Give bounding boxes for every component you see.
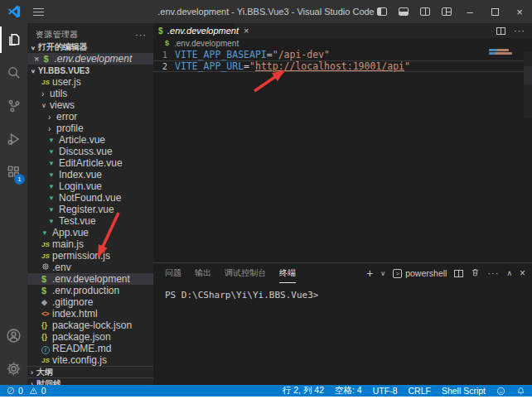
- panel-more-icon[interactable]: ···: [487, 268, 499, 278]
- sidebar-more-icon[interactable]: ···: [135, 30, 147, 40]
- tree-item[interactable]: {}package.json: [27, 331, 153, 343]
- search-icon[interactable]: [0, 56, 27, 89]
- terminal-icon: >: [393, 269, 402, 278]
- javascript-icon: JS: [41, 79, 52, 86]
- tree-folder[interactable]: ›profile: [27, 123, 153, 134]
- new-terminal-icon[interactable]: +: [366, 267, 373, 279]
- tab-problems[interactable]: 问题: [165, 263, 181, 283]
- close-button[interactable]: ×: [507, 0, 532, 23]
- project-section[interactable]: ∨ YI.BBS.VUE3: [27, 65, 153, 76]
- tree-folder[interactable]: ›error: [27, 111, 153, 123]
- tree-item[interactable]: $.env.production: [27, 285, 153, 296]
- tree-folder[interactable]: ∨views: [27, 99, 153, 111]
- eol-sequence[interactable]: CRLF: [408, 386, 430, 396]
- tree-item[interactable]: JSpermission.js: [27, 250, 153, 262]
- json-icon: {}: [41, 321, 52, 329]
- tree-item[interactable]: ▼EditArticle.vue: [27, 157, 153, 169]
- breadcrumb[interactable]: $ .env.development: [153, 38, 532, 48]
- warnings-count[interactable]: 0: [41, 386, 46, 396]
- maximize-button[interactable]: [482, 0, 507, 23]
- tab-env-development[interactable]: $ .env.development ×: [153, 23, 235, 38]
- html-icon: <>: [41, 310, 52, 318]
- indentation[interactable]: 空格: 4: [335, 385, 362, 397]
- tree-item[interactable]: <>index.html: [27, 308, 153, 320]
- close-tab-icon[interactable]: ×: [244, 26, 249, 36]
- toggle-panel-icon[interactable]: [393, 0, 414, 23]
- extensions-icon[interactable]: 1: [0, 156, 27, 189]
- run-debug-icon[interactable]: [0, 123, 27, 156]
- scrollbar[interactable]: [524, 51, 532, 118]
- tree-item[interactable]: ◆.gitignore: [27, 296, 153, 308]
- shell-picker[interactable]: > powershell: [393, 268, 447, 278]
- maximize-panel-icon[interactable]: ∧: [506, 269, 512, 277]
- timeline-section[interactable]: › 时间线: [27, 377, 153, 385]
- explorer-icon[interactable]: [0, 23, 27, 56]
- tree-folder[interactable]: ›utils: [27, 88, 153, 99]
- vue-icon: ▼: [48, 195, 59, 202]
- tree-item[interactable]: ▼Login.vue: [27, 180, 153, 192]
- tree-item[interactable]: JSuser.js: [27, 76, 153, 88]
- vue-icon: ▼: [48, 160, 59, 167]
- tab-terminal[interactable]: 终端: [279, 263, 296, 283]
- chevron-down-icon[interactable]: ∨: [380, 270, 385, 277]
- cursor-position[interactable]: 行 2, 列 42: [283, 385, 324, 397]
- errors-count[interactable]: 0: [18, 386, 23, 396]
- tree-item[interactable]: ▼Discuss.vue: [27, 146, 153, 157]
- language-mode[interactable]: Shell Script: [442, 386, 486, 396]
- tab-debug-console[interactable]: 调试控制台: [225, 263, 266, 283]
- tree-item[interactable]: ▼Register.vue: [27, 204, 153, 215]
- account-icon[interactable]: [0, 319, 27, 352]
- notifications-bell-icon[interactable]: [516, 387, 525, 396]
- chevron-down-icon: ∨: [31, 67, 36, 73]
- tree-item[interactable]: .env: [27, 262, 153, 273]
- code-editor[interactable]: 1VITE_APP_BASEAPI="/api-dev" 2VITE_APP_U…: [153, 48, 532, 262]
- close-icon[interactable]: ×: [34, 54, 39, 64]
- tree-item[interactable]: ▼NotFound.vue: [27, 192, 153, 204]
- markdown-info-icon: i: [41, 343, 52, 354]
- file-tree: JSuser.js ›utils ∨views ›error ›profile …: [27, 76, 153, 366]
- open-editor-item[interactable]: × $ .env.development: [27, 53, 153, 65]
- tab-output[interactable]: 输出: [195, 263, 211, 283]
- open-editors-section[interactable]: ∨ 打开的编辑器: [27, 41, 153, 53]
- tree-item[interactable]: ▼Index.vue: [27, 169, 153, 180]
- activity-bar: 1: [0, 23, 27, 385]
- settings-gear-icon[interactable]: [0, 352, 27, 385]
- tree-item[interactable]: ▼Article.vue: [27, 134, 153, 146]
- javascript-icon: JS: [41, 241, 52, 248]
- tree-item[interactable]: ▼Test.vue: [27, 215, 153, 227]
- menu-icon[interactable]: [33, 8, 44, 16]
- vue-icon: ▼: [48, 171, 59, 179]
- tree-item[interactable]: {}package-lock.json: [27, 320, 153, 331]
- warnings-icon[interactable]: [29, 387, 38, 395]
- outline-section[interactable]: › 大纲: [27, 366, 153, 377]
- vue-icon: ▼: [48, 183, 59, 190]
- shellscript-icon: $: [165, 39, 174, 47]
- encoding[interactable]: UTF-8: [373, 386, 398, 396]
- terminal-prompt: PS D:\CSharp\Yi\Yi.BBS.Vue3>: [165, 290, 318, 300]
- chevron-right-icon: ›: [48, 124, 56, 133]
- status-bar: 0 0 行 2, 列 42 空格: 4 UTF-8 CRLF Shell Scr…: [0, 385, 532, 397]
- terminal-output[interactable]: PS D:\CSharp\Yi\Yi.BBS.Vue3>: [153, 283, 532, 385]
- close-panel-icon[interactable]: ×: [520, 267, 525, 279]
- line-number: 2: [153, 61, 175, 71]
- vue-icon: ▼: [48, 137, 59, 144]
- tree-item[interactable]: JSvite.config.js: [27, 354, 153, 366]
- source-control-icon[interactable]: [0, 89, 27, 123]
- split-editor-icon[interactable]: [496, 27, 505, 35]
- chevron-down-icon: ∨: [31, 44, 36, 50]
- toggle-secondary-sidebar-icon[interactable]: [414, 0, 436, 23]
- javascript-icon: JS: [41, 252, 52, 260]
- url-link[interactable]: http://localhost:19001/api: [255, 60, 404, 72]
- kill-terminal-icon[interactable]: [471, 267, 480, 279]
- split-terminal-icon[interactable]: [454, 270, 463, 277]
- tree-item[interactable]: ▼App.vue: [27, 227, 153, 238]
- errors-icon[interactable]: [7, 387, 15, 395]
- tree-item[interactable]: JSmain.js: [27, 238, 153, 250]
- feedback-icon[interactable]: [496, 387, 505, 396]
- toggle-sidebar-icon[interactable]: [371, 0, 393, 23]
- tree-item-env-development[interactable]: $.env.development: [27, 273, 153, 285]
- tree-item[interactable]: iREADME.md: [27, 343, 153, 354]
- customize-layout-icon[interactable]: [436, 0, 457, 23]
- editor-more-icon[interactable]: ···: [514, 26, 525, 36]
- minimize-button[interactable]: –: [457, 0, 482, 23]
